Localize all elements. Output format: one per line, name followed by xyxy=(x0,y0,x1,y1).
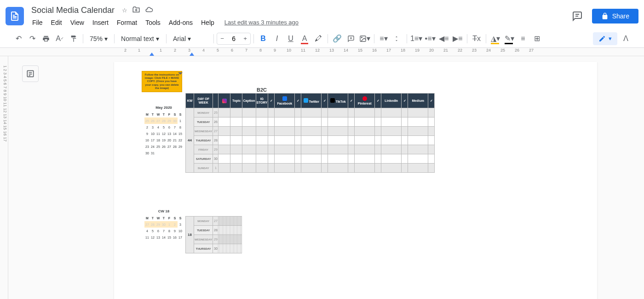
table-cell[interactable] xyxy=(381,154,402,164)
table-cell[interactable] xyxy=(355,154,375,164)
table-cell[interactable] xyxy=(242,164,256,173)
table-row[interactable]: TUESDAY26 xyxy=(186,117,435,127)
table-cell[interactable] xyxy=(256,164,268,173)
table-cell[interactable] xyxy=(328,164,348,173)
table-cell[interactable] xyxy=(322,136,328,145)
table-cell[interactable] xyxy=(230,136,242,145)
table-cell[interactable] xyxy=(275,145,295,154)
table-cell[interactable] xyxy=(301,117,322,127)
menu-format[interactable]: Format xyxy=(113,17,141,28)
last-edit-link[interactable]: Last edit was 3 minutes ago xyxy=(224,19,299,26)
table-row[interactable]: TUESDAY28 xyxy=(186,226,242,235)
document-title[interactable]: Social Media Calendar xyxy=(29,5,117,16)
table-cell[interactable] xyxy=(328,108,348,117)
table-cell[interactable] xyxy=(375,136,381,145)
bulleted-list-button[interactable]: •≡▾ xyxy=(424,32,437,45)
table-cell[interactable] xyxy=(408,136,428,145)
table-cell[interactable] xyxy=(230,117,242,127)
paint-format-button[interactable] xyxy=(67,32,80,45)
table-cell[interactable] xyxy=(328,127,348,136)
table-row[interactable]: 44MONDAY25 xyxy=(186,108,435,117)
move-icon[interactable] xyxy=(132,6,140,15)
table-cell[interactable] xyxy=(230,108,242,117)
border-style-button[interactable]: ⊞ xyxy=(530,32,543,45)
table-cell[interactable] xyxy=(375,117,381,127)
table-cell[interactable] xyxy=(301,145,322,154)
table-cell[interactable] xyxy=(218,154,230,164)
table-cell[interactable] xyxy=(348,127,355,136)
table-cell[interactable] xyxy=(218,127,230,136)
table-row[interactable]: FRIDAY29 xyxy=(186,145,435,154)
table-cell[interactable] xyxy=(241,217,242,226)
star-icon[interactable]: ☆ xyxy=(122,7,127,14)
table-cell[interactable] xyxy=(402,108,408,117)
table-cell[interactable] xyxy=(241,235,242,244)
table-cell[interactable] xyxy=(428,164,435,173)
table-cell[interactable] xyxy=(242,127,256,136)
table-cell[interactable] xyxy=(428,127,435,136)
table-cell[interactable] xyxy=(268,108,275,117)
zoom-select[interactable]: 75% ▾ xyxy=(86,33,111,44)
table-cell[interactable] xyxy=(355,108,375,117)
bold-button[interactable]: B xyxy=(257,32,270,45)
table-cell[interactable] xyxy=(355,127,375,136)
table-cell[interactable] xyxy=(322,117,328,127)
content-calendar-table-2[interactable]: 18MONDAY27TUESDAY28WEDNESDAY29THURSDAY30 xyxy=(185,216,242,253)
table-cell[interactable] xyxy=(322,108,328,117)
table-cell[interactable] xyxy=(402,154,408,164)
table-cell[interactable] xyxy=(355,136,375,145)
table-cell[interactable] xyxy=(218,145,230,154)
menu-help[interactable]: Help xyxy=(197,17,218,28)
table-row[interactable]: 18MONDAY27 xyxy=(186,217,242,226)
table-cell[interactable] xyxy=(348,164,355,173)
table-cell[interactable] xyxy=(328,136,348,145)
table-cell[interactable] xyxy=(242,154,256,164)
table-row[interactable]: WEDNESDAY27 xyxy=(186,127,435,136)
table-cell[interactable] xyxy=(348,117,355,127)
paragraph-style-select[interactable]: Normal text ▾ xyxy=(117,33,163,44)
font-size-input[interactable] xyxy=(227,35,240,42)
table-cell[interactable] xyxy=(348,154,355,164)
text-color-button[interactable]: A xyxy=(298,32,311,45)
horizontal-ruler[interactable]: 21 123 456 789 101112 131415 161718 1920… xyxy=(0,48,644,56)
table-cell[interactable] xyxy=(295,127,301,136)
table-cell[interactable] xyxy=(275,127,295,136)
table-cell[interactable] xyxy=(375,154,381,164)
table-cell[interactable] xyxy=(256,127,268,136)
table-cell[interactable] xyxy=(381,127,402,136)
table-row[interactable]: THURSDAY30 xyxy=(186,244,242,253)
spellcheck-button[interactable]: A✓ xyxy=(53,32,66,45)
table-cell[interactable] xyxy=(402,117,408,127)
table-cell[interactable] xyxy=(256,117,268,127)
note-dropdown-icon[interactable] xyxy=(178,72,183,75)
table-cell[interactable] xyxy=(275,164,295,173)
table-cell[interactable] xyxy=(328,154,348,164)
table-cell[interactable] xyxy=(242,117,256,127)
indent-marker-first[interactable] xyxy=(190,53,194,56)
table-cell[interactable] xyxy=(322,164,328,173)
table-cell[interactable] xyxy=(242,108,256,117)
table-cell[interactable] xyxy=(230,164,242,173)
share-button[interactable]: Share xyxy=(592,9,638,23)
table-cell[interactable] xyxy=(381,145,402,154)
menu-insert[interactable]: Insert xyxy=(89,17,112,28)
table-cell[interactable] xyxy=(428,154,435,164)
collapse-toolbar-button[interactable]: ᐱ xyxy=(619,32,632,45)
menu-addons[interactable]: Add-ons xyxy=(165,17,196,28)
table-cell[interactable] xyxy=(402,164,408,173)
table-cell[interactable] xyxy=(375,164,381,173)
table-cell[interactable] xyxy=(218,164,230,173)
add-comment-button[interactable] xyxy=(345,32,357,45)
editing-mode-button[interactable]: ▾ xyxy=(593,32,617,45)
docs-logo[interactable] xyxy=(6,7,24,25)
menu-edit[interactable]: Edit xyxy=(47,17,66,28)
table-row[interactable]: SUNDAY1 xyxy=(186,164,435,173)
table-cell[interactable] xyxy=(275,108,295,117)
table-cell[interactable] xyxy=(408,108,428,117)
table-cell[interactable] xyxy=(230,154,242,164)
instruction-note[interactable]: Follow the instructions on image: Click … xyxy=(142,71,182,92)
content-calendar-table[interactable]: KW DAY OF WEEK Topic Caption IG STORY ✓ … xyxy=(185,93,435,173)
table-cell[interactable] xyxy=(295,164,301,173)
menu-file[interactable]: File xyxy=(29,17,46,28)
table-cell[interactable] xyxy=(375,108,381,117)
